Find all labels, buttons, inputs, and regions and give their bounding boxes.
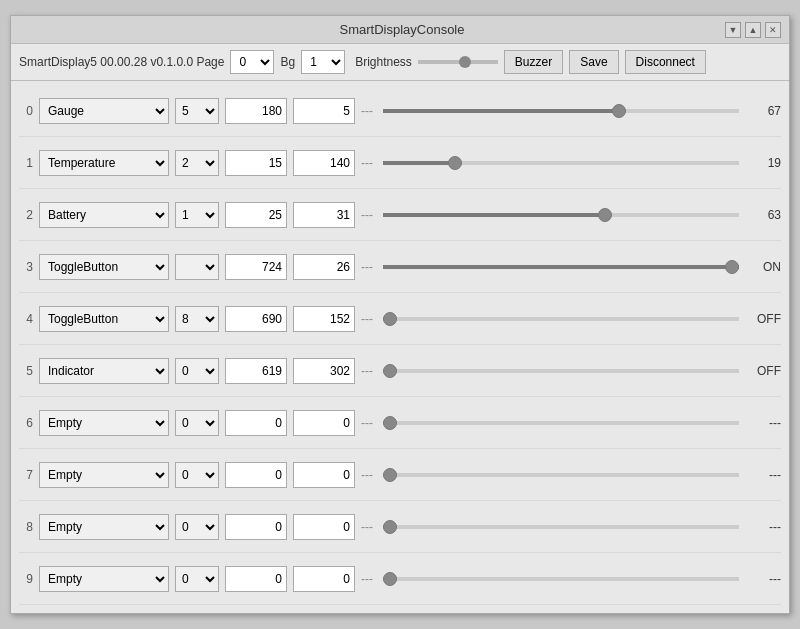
row-val1-input[interactable]: [225, 410, 287, 436]
row-slider[interactable]: [383, 525, 739, 529]
row-n-select[interactable]: 1234567890: [175, 150, 219, 176]
row-slider-container: ---: [383, 468, 781, 482]
disconnect-button[interactable]: Disconnect: [625, 50, 706, 74]
row-dash: ---: [361, 208, 377, 222]
row-slider[interactable]: [383, 265, 739, 269]
row-type-select[interactable]: GaugeTemperatureBatteryToggleButtonIndic…: [39, 566, 169, 592]
row-slider[interactable]: [383, 421, 739, 425]
row-type-select[interactable]: GaugeTemperatureBatteryToggleButtonIndic…: [39, 514, 169, 540]
row-dash: ---: [361, 104, 377, 118]
row-n-select[interactable]: 0123456789: [175, 566, 219, 592]
row-slider-container: OFF: [383, 312, 781, 326]
row-val1-input[interactable]: [225, 202, 287, 228]
row-n-select[interactable]: 1234567890: [175, 202, 219, 228]
row-n-select[interactable]: 1234567890: [175, 358, 219, 384]
row-val1-input[interactable]: [225, 98, 287, 124]
title-bar: SmartDisplayConsole ▼ ▲ ✕: [11, 16, 789, 44]
row-slider[interactable]: [383, 213, 739, 217]
row-val1-input[interactable]: [225, 254, 287, 280]
row-slider-container: ---: [383, 416, 781, 430]
row-val1-input[interactable]: [225, 566, 287, 592]
bg-select[interactable]: 1234: [301, 50, 345, 74]
row-n-select[interactable]: 1234567890: [175, 98, 219, 124]
buzzer-button[interactable]: Buzzer: [504, 50, 563, 74]
close-button[interactable]: ✕: [765, 22, 781, 38]
brightness-slider[interactable]: [418, 60, 498, 64]
row-val2-input[interactable]: [293, 462, 355, 488]
row-type-select[interactable]: GaugeTemperatureBatteryToggleButtonIndic…: [39, 254, 169, 280]
row-slider-container: ---: [383, 572, 781, 586]
row-val2-input[interactable]: [293, 254, 355, 280]
row-number: 3: [19, 260, 33, 274]
minimize-button[interactable]: ▼: [725, 22, 741, 38]
row-n-select[interactable]: 1234567890: [175, 306, 219, 332]
row-val1-input[interactable]: [225, 358, 287, 384]
row-number: 2: [19, 208, 33, 222]
row-number: 8: [19, 520, 33, 534]
table-row: 6GaugeTemperatureBatteryToggleButtonIndi…: [19, 397, 781, 449]
row-val1-input[interactable]: [225, 514, 287, 540]
table-row: 4GaugeTemperatureBatteryToggleButtonIndi…: [19, 293, 781, 345]
page-select[interactable]: 0123: [230, 50, 274, 74]
row-val2-input[interactable]: [293, 410, 355, 436]
row-slider[interactable]: [383, 577, 739, 581]
row-val1-input[interactable]: [225, 150, 287, 176]
row-n-select[interactable]: 0123456789: [175, 462, 219, 488]
row-type-select[interactable]: GaugeTemperatureBatteryToggleButtonIndic…: [39, 306, 169, 332]
row-number: 7: [19, 468, 33, 482]
row-dash: ---: [361, 416, 377, 430]
row-slider-container: 19: [383, 156, 781, 170]
row-slider[interactable]: [383, 161, 739, 165]
row-slider-container: 63: [383, 208, 781, 222]
row-type-select[interactable]: GaugeTemperatureBatteryToggleButtonIndic…: [39, 358, 169, 384]
row-slider-container: OFF: [383, 364, 781, 378]
row-display-value: OFF: [745, 312, 781, 326]
row-n-select[interactable]: 0123456789: [175, 410, 219, 436]
row-dash: ---: [361, 312, 377, 326]
row-val2-input[interactable]: [293, 306, 355, 332]
save-button[interactable]: Save: [569, 50, 618, 74]
row-dash: ---: [361, 260, 377, 274]
row-val2-input[interactable]: [293, 566, 355, 592]
row-val1-input[interactable]: [225, 306, 287, 332]
row-type-select[interactable]: GaugeTemperatureBatteryToggleButtonIndic…: [39, 462, 169, 488]
row-n-select[interactable]: 1234567890: [175, 254, 219, 280]
maximize-button[interactable]: ▲: [745, 22, 761, 38]
window-controls: ▼ ▲ ✕: [725, 22, 781, 38]
row-type-select[interactable]: GaugeTemperatureBatteryToggleButtonIndic…: [39, 410, 169, 436]
table-row: 0GaugeTemperatureBatteryToggleButtonIndi…: [19, 85, 781, 137]
table-row: 1GaugeTemperatureBatteryToggleButtonIndi…: [19, 137, 781, 189]
table-row: 5GaugeTemperatureBatteryToggleButtonIndi…: [19, 345, 781, 397]
row-display-value: 19: [745, 156, 781, 170]
row-dash: ---: [361, 364, 377, 378]
row-val2-input[interactable]: [293, 202, 355, 228]
table-row: 3GaugeTemperatureBatteryToggleButtonIndi…: [19, 241, 781, 293]
row-display-value: ON: [745, 260, 781, 274]
row-val1-input[interactable]: [225, 462, 287, 488]
toolbar: SmartDisplay5 00.00.28 v0.1.0.0 Page 012…: [11, 44, 789, 81]
window-title: SmartDisplayConsole: [79, 22, 725, 37]
row-dash: ---: [361, 520, 377, 534]
row-type-select[interactable]: GaugeTemperatureBatteryToggleButtonIndic…: [39, 202, 169, 228]
row-type-select[interactable]: GaugeTemperatureBatteryToggleButtonIndic…: [39, 150, 169, 176]
row-type-select[interactable]: GaugeTemperatureBatteryToggleButtonIndic…: [39, 98, 169, 124]
device-label: SmartDisplay5 00.00.28 v0.1.0.0 Page: [19, 55, 224, 69]
row-number: 1: [19, 156, 33, 170]
row-number: 4: [19, 312, 33, 326]
row-val2-input[interactable]: [293, 514, 355, 540]
row-dash: ---: [361, 572, 377, 586]
row-val2-input[interactable]: [293, 150, 355, 176]
row-slider-container: 67: [383, 104, 781, 118]
row-val2-input[interactable]: [293, 358, 355, 384]
row-val2-input[interactable]: [293, 98, 355, 124]
row-display-value: ---: [745, 468, 781, 482]
table-row: 9GaugeTemperatureBatteryToggleButtonIndi…: [19, 553, 781, 605]
row-n-select[interactable]: 0123456789: [175, 514, 219, 540]
row-display-value: 67: [745, 104, 781, 118]
row-display-value: OFF: [745, 364, 781, 378]
row-slider[interactable]: [383, 317, 739, 321]
row-slider[interactable]: [383, 109, 739, 113]
bg-label: Bg: [280, 55, 295, 69]
row-slider[interactable]: [383, 473, 739, 477]
row-slider[interactable]: [383, 369, 739, 373]
